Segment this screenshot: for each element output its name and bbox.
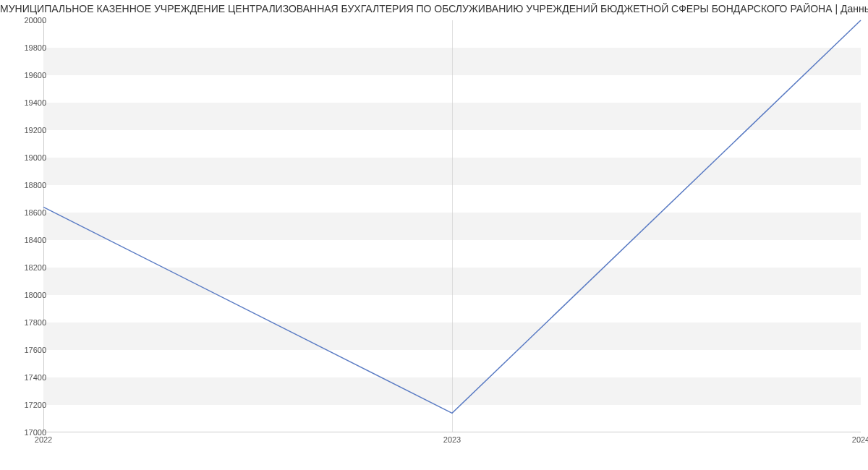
y-tick-label: 18200 — [10, 263, 46, 272]
y-tick-label: 19600 — [10, 71, 46, 80]
line-layer — [43, 20, 861, 432]
y-tick-label: 18800 — [10, 181, 46, 189]
x-tick-label: 2022 — [35, 435, 52, 444]
y-tick-label: 17600 — [10, 346, 46, 354]
x-tick-label: 2024 — [852, 435, 868, 444]
y-tick-label: 19200 — [10, 126, 46, 134]
y-tick-label: 17800 — [10, 318, 46, 327]
y-tick-label: 19000 — [10, 153, 46, 162]
plot-area — [43, 20, 861, 432]
y-tick-label: 18000 — [10, 291, 46, 299]
y-tick-label: 18600 — [10, 208, 46, 217]
y-tick-label: 17400 — [10, 373, 46, 382]
chart-container: МУНИЦИПАЛЬНОЕ КАЗЕННОЕ УЧРЕЖДЕНИЕ ЦЕНТРА… — [0, 0, 868, 470]
data-line — [43, 20, 861, 413]
x-axis-line — [43, 432, 861, 432]
y-tick-label: 18400 — [10, 236, 46, 244]
chart-title: МУНИЦИПАЛЬНОЕ КАЗЕННОЕ УЧРЕЖДЕНИЕ ЦЕНТРА… — [0, 3, 868, 14]
y-tick-label: 20000 — [10, 16, 46, 25]
y-tick-label: 17200 — [10, 401, 46, 409]
y-tick-label: 19400 — [10, 98, 46, 107]
x-tick-label: 2023 — [443, 435, 461, 444]
y-tick-label: 19800 — [10, 43, 46, 52]
